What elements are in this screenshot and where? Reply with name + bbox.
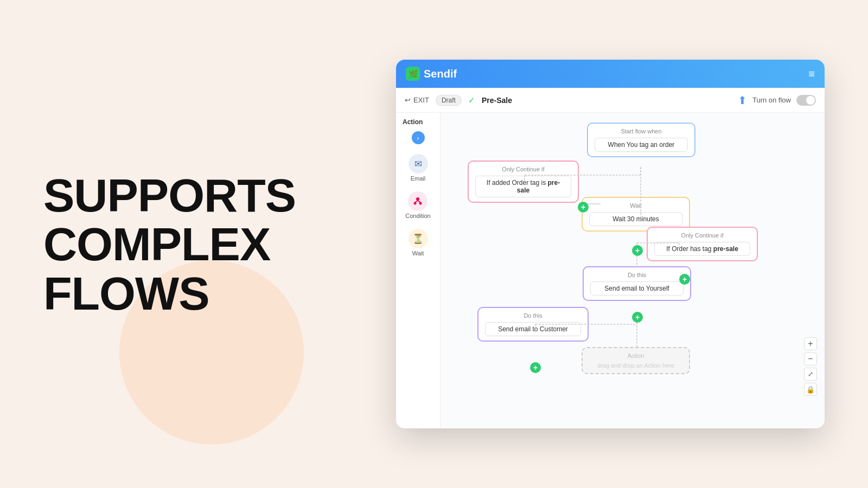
app-canvas: Action › ✉ Email Condition [396,113,825,428]
node-action-title: Action [589,352,682,359]
plus-condition-right[interactable]: + [679,274,690,285]
hero-line-2: COMPLEX [43,218,270,270]
node-action-subtitle: drag and drop an Action here [589,362,682,369]
zoom-out-button[interactable]: − [804,352,817,365]
sidebar-wait-label: Wait [412,250,424,256]
check-icon: ✓ [468,95,475,105]
node-condition-left[interactable]: Only Continue if If added Order tag is p… [468,160,579,203]
node-do-left[interactable]: Do this Send email to Customer [477,307,589,342]
zoom-controls: + − ⤢ 🔒 [804,337,817,396]
node-do-right-title: Do this [590,272,684,278]
flow-canvas: Start flow when When You tag an order On… [441,113,825,428]
plus-do-right[interactable]: + [632,312,643,323]
sidebar-item-email[interactable]: ✉ Email [404,151,432,185]
app-window: 🌿 Sendif ≡ ↩ EXIT Draft ✓ Pre-Sale ⬆ Tur… [396,60,825,428]
wait-icon: ⏳ [409,229,428,248]
node-start-flow[interactable]: Start flow when When You tag an order [587,123,695,157]
svg-line-3 [415,201,418,202]
exit-arrow-icon: ↩ [405,96,411,104]
email-icon: ✉ [409,154,428,174]
toggle-knob [806,96,815,105]
plus-wait[interactable]: + [632,245,643,256]
menu-icon[interactable]: ≡ [808,68,815,80]
hero-line-3: FLOWS [43,267,209,319]
node-do-right[interactable]: Do this Send email to Yourself [583,266,691,301]
svg-point-0 [416,197,419,201]
node-cond-right-content: If Order has tag pre-sale [654,242,750,256]
plus-do-left[interactable]: + [530,362,541,373]
node-cond-left-title: Only Continue if [475,166,571,172]
app-name: Sendif [424,68,457,80]
node-cond-left-content: If added Order tag is pre-sale [475,176,571,197]
app-logo: 🌿 Sendif [406,67,457,81]
svg-line-4 [418,201,420,202]
sidebar-item-wait[interactable]: ⏳ Wait [404,226,432,260]
flow-toggle[interactable] [796,95,816,106]
hero-text: SUPPORTS COMPLEX FLOWS [43,171,296,318]
exit-label: EXIT [413,96,429,104]
node-wait-title: Wait [589,202,682,209]
logo-icon: 🌿 [406,67,420,81]
flow-name: Pre-Sale [482,96,512,105]
sidebar-header: Action [396,118,423,126]
node-do-left-content: Send email to Customer [485,322,581,336]
zoom-in-button[interactable]: + [804,337,817,350]
node-start-content: When You tag an order [595,138,688,152]
upload-icon[interactable]: ⬆ [738,94,747,107]
sidebar-item-condition[interactable]: Condition [401,188,435,222]
node-wait-content: Wait 30 minutes [589,212,682,226]
sidebar: Action › ✉ Email Condition [396,113,441,428]
sidebar-email-label: Email [411,175,426,182]
exit-button[interactable]: ↩ EXIT [405,96,429,104]
node-cond-right-title: Only Continue if [654,232,750,239]
condition-icon [408,191,427,211]
toolbar-right: ⬆ Turn on flow [738,94,816,107]
app-header: 🌿 Sendif ≡ [396,60,825,88]
sidebar-expand-icon[interactable]: › [412,131,425,144]
turn-on-label: Turn on flow [752,96,791,104]
node-action-placeholder[interactable]: Action drag and drop an Action here [582,347,690,374]
node-do-right-content: Send email to Yourself [590,281,684,296]
hero-line-1: SUPPORTS [43,169,296,221]
svg-point-1 [414,202,417,205]
node-condition-right[interactable]: Only Continue if If Order has tag pre-sa… [647,227,758,261]
fit-view-button[interactable]: ⤢ [804,368,817,381]
app-toolbar: ↩ EXIT Draft ✓ Pre-Sale ⬆ Turn on flow [396,88,825,113]
draft-badge: Draft [436,95,462,106]
lock-button[interactable]: 🔒 [804,383,817,396]
svg-point-2 [419,202,422,205]
sidebar-condition-label: Condition [405,213,430,219]
node-do-left-title: Do this [485,312,581,319]
plus-condition-left[interactable]: + [578,202,589,213]
node-start-title: Start flow when [595,128,688,134]
